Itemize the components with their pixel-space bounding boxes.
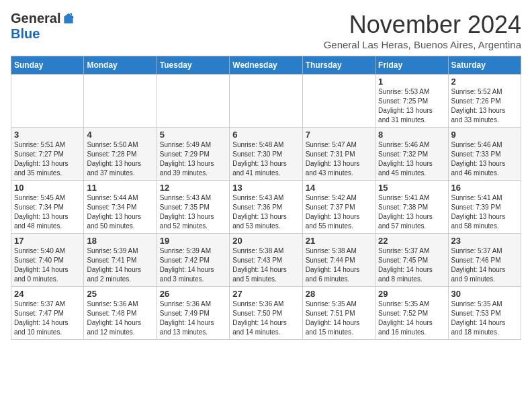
day-number: 3 [14,130,81,140]
calendar-cell: 27Sunrise: 5:36 AM Sunset: 7:50 PM Dayli… [230,287,302,340]
month-title: November 2024 [324,11,521,39]
weekday-header-sunday: Sunday [11,56,84,75]
calendar-cell: 29Sunrise: 5:35 AM Sunset: 7:52 PM Dayli… [375,287,448,340]
title-block: November 2024 General Las Heras, Buenos … [324,11,521,50]
day-number: 20 [232,236,299,246]
day-info: Sunrise: 5:50 AM Sunset: 7:28 PM Dayligh… [87,140,153,178]
day-info: Sunrise: 5:39 AM Sunset: 7:41 PM Dayligh… [87,246,153,284]
day-number: 29 [378,289,445,299]
day-info: Sunrise: 5:42 AM Sunset: 7:37 PM Dayligh… [306,193,372,231]
calendar-table: SundayMondayTuesdayWednesdayThursdayFrid… [11,56,521,340]
logo-general-text: General [11,11,60,26]
calendar-week-row: 3Sunrise: 5:51 AM Sunset: 7:27 PM Daylig… [11,128,521,181]
calendar-cell [11,75,84,128]
day-number: 4 [87,130,153,140]
logo: General Blue [11,11,75,42]
calendar-cell [302,75,375,128]
day-number: 1 [378,77,445,87]
day-info: Sunrise: 5:46 AM Sunset: 7:33 PM Dayligh… [451,140,518,178]
day-info: Sunrise: 5:38 AM Sunset: 7:43 PM Dayligh… [232,246,299,284]
day-number: 21 [306,236,372,246]
day-info: Sunrise: 5:38 AM Sunset: 7:44 PM Dayligh… [306,246,372,284]
calendar-cell: 8Sunrise: 5:46 AM Sunset: 7:32 PM Daylig… [375,128,448,181]
logo-blue-text: Blue [11,26,40,42]
calendar-cell: 12Sunrise: 5:43 AM Sunset: 7:35 PM Dayli… [157,181,229,234]
calendar-cell: 18Sunrise: 5:39 AM Sunset: 7:41 PM Dayli… [84,234,157,287]
day-info: Sunrise: 5:36 AM Sunset: 7:49 PM Dayligh… [160,300,226,337]
day-number: 13 [232,183,299,193]
location-subtitle: General Las Heras, Buenos Aires, Argenti… [324,39,521,50]
calendar-cell: 1Sunrise: 5:53 AM Sunset: 7:25 PM Daylig… [375,75,448,128]
day-number: 26 [160,289,226,299]
day-number: 23 [451,236,518,246]
calendar-cell: 11Sunrise: 5:44 AM Sunset: 7:34 PM Dayli… [84,181,157,234]
day-info: Sunrise: 5:41 AM Sunset: 7:38 PM Dayligh… [378,193,445,231]
calendar-cell: 2Sunrise: 5:52 AM Sunset: 7:26 PM Daylig… [448,75,521,128]
weekday-header-saturday: Saturday [448,56,521,75]
weekday-header-friday: Friday [375,56,448,75]
calendar-cell: 15Sunrise: 5:41 AM Sunset: 7:38 PM Dayli… [375,181,448,234]
day-info: Sunrise: 5:41 AM Sunset: 7:39 PM Dayligh… [451,193,518,231]
day-number: 28 [306,289,372,299]
calendar-week-row: 10Sunrise: 5:45 AM Sunset: 7:34 PM Dayli… [11,181,521,234]
weekday-header-monday: Monday [84,56,157,75]
calendar-cell: 7Sunrise: 5:47 AM Sunset: 7:31 PM Daylig… [302,128,375,181]
calendar-cell: 22Sunrise: 5:37 AM Sunset: 7:45 PM Dayli… [375,234,448,287]
day-number: 10 [14,183,81,193]
calendar-cell: 19Sunrise: 5:39 AM Sunset: 7:42 PM Dayli… [157,234,229,287]
calendar-cell: 17Sunrise: 5:40 AM Sunset: 7:40 PM Dayli… [11,234,84,287]
calendar-cell: 5Sunrise: 5:49 AM Sunset: 7:29 PM Daylig… [157,128,229,181]
calendar-cell: 9Sunrise: 5:46 AM Sunset: 7:33 PM Daylig… [448,128,521,181]
calendar-cell: 26Sunrise: 5:36 AM Sunset: 7:49 PM Dayli… [157,287,229,340]
day-number: 24 [14,289,81,299]
calendar-cell: 30Sunrise: 5:35 AM Sunset: 7:53 PM Dayli… [448,287,521,340]
day-info: Sunrise: 5:45 AM Sunset: 7:34 PM Dayligh… [14,193,81,231]
day-info: Sunrise: 5:43 AM Sunset: 7:36 PM Dayligh… [232,193,299,231]
calendar-cell: 23Sunrise: 5:37 AM Sunset: 7:46 PM Dayli… [448,234,521,287]
day-info: Sunrise: 5:35 AM Sunset: 7:51 PM Dayligh… [306,300,372,337]
calendar-cell: 16Sunrise: 5:41 AM Sunset: 7:39 PM Dayli… [448,181,521,234]
calendar-cell: 10Sunrise: 5:45 AM Sunset: 7:34 PM Dayli… [11,181,84,234]
weekday-header-wednesday: Wednesday [230,56,302,75]
day-info: Sunrise: 5:48 AM Sunset: 7:30 PM Dayligh… [232,140,299,178]
day-number: 18 [87,236,153,246]
calendar-header-row: SundayMondayTuesdayWednesdayThursdayFrid… [11,56,521,75]
day-info: Sunrise: 5:53 AM Sunset: 7:25 PM Dayligh… [378,87,445,125]
calendar-cell: 6Sunrise: 5:48 AM Sunset: 7:30 PM Daylig… [230,128,302,181]
calendar-cell [230,75,302,128]
calendar-cell [84,75,157,128]
day-info: Sunrise: 5:51 AM Sunset: 7:27 PM Dayligh… [14,140,81,178]
day-info: Sunrise: 5:35 AM Sunset: 7:53 PM Dayligh… [451,300,518,337]
day-number: 11 [87,183,153,193]
day-info: Sunrise: 5:43 AM Sunset: 7:35 PM Dayligh… [160,193,226,231]
calendar-week-row: 1Sunrise: 5:53 AM Sunset: 7:25 PM Daylig… [11,75,521,128]
day-info: Sunrise: 5:47 AM Sunset: 7:31 PM Dayligh… [306,140,372,178]
day-info: Sunrise: 5:37 AM Sunset: 7:46 PM Dayligh… [451,246,518,284]
day-info: Sunrise: 5:49 AM Sunset: 7:29 PM Dayligh… [160,140,226,178]
day-info: Sunrise: 5:46 AM Sunset: 7:32 PM Dayligh… [378,140,445,178]
day-number: 30 [451,289,518,299]
calendar-cell: 28Sunrise: 5:35 AM Sunset: 7:51 PM Dayli… [302,287,375,340]
day-number: 5 [160,130,226,140]
day-info: Sunrise: 5:39 AM Sunset: 7:42 PM Dayligh… [160,246,226,284]
calendar-cell: 4Sunrise: 5:50 AM Sunset: 7:28 PM Daylig… [84,128,157,181]
day-number: 22 [378,236,445,246]
calendar-cell: 21Sunrise: 5:38 AM Sunset: 7:44 PM Dayli… [302,234,375,287]
day-number: 6 [232,130,299,140]
day-number: 14 [306,183,372,193]
page-header: General Blue November 2024 General Las H… [11,11,521,50]
day-info: Sunrise: 5:36 AM Sunset: 7:48 PM Dayligh… [87,300,153,337]
day-number: 25 [87,289,153,299]
day-number: 12 [160,183,226,193]
day-info: Sunrise: 5:40 AM Sunset: 7:40 PM Dayligh… [14,246,81,284]
logo-icon [62,12,75,26]
day-info: Sunrise: 5:52 AM Sunset: 7:26 PM Dayligh… [451,87,518,125]
calendar-week-row: 24Sunrise: 5:37 AM Sunset: 7:47 PM Dayli… [11,287,521,340]
day-number: 7 [306,130,372,140]
day-number: 16 [451,183,518,193]
calendar-cell: 14Sunrise: 5:42 AM Sunset: 7:37 PM Dayli… [302,181,375,234]
day-info: Sunrise: 5:35 AM Sunset: 7:52 PM Dayligh… [378,300,445,337]
calendar-cell: 13Sunrise: 5:43 AM Sunset: 7:36 PM Dayli… [230,181,302,234]
calendar-cell: 20Sunrise: 5:38 AM Sunset: 7:43 PM Dayli… [230,234,302,287]
calendar-cell: 25Sunrise: 5:36 AM Sunset: 7:48 PM Dayli… [84,287,157,340]
